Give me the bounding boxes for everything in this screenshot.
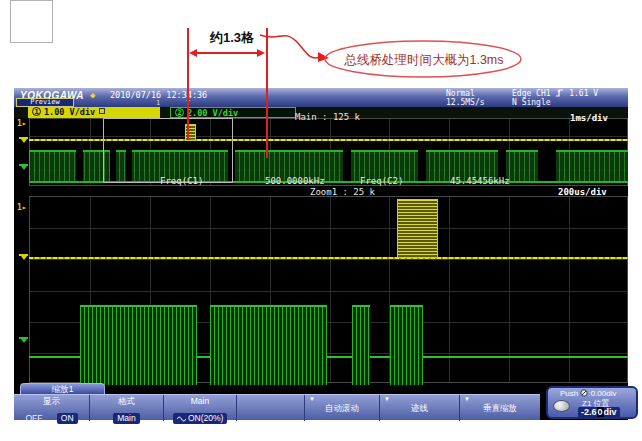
trigger-info-label: Edge CH1 1.61 V [512, 89, 598, 98]
ch2-main-gap [538, 150, 556, 183]
menu-vertical-zoom[interactable]: ▼ 垂直缩放 [460, 395, 540, 421]
oscilloscope-screen: YOKOGAWA ◆ 2010/07/16 12:34:36 Normal 12… [14, 88, 628, 420]
ch2-main-gap [76, 150, 83, 183]
ch2-zoom-baseline [423, 356, 628, 358]
display-off-option[interactable]: OFF [25, 413, 42, 423]
coupling-icon [99, 108, 105, 114]
record-marker-1: 1 [156, 99, 160, 107]
page: 约1.3格 总线桥处理时间大概为1.3ms YOKOGAWA ◆ 2010/07… [0, 0, 642, 441]
edit-cursor: 0 [597, 407, 604, 417]
annotation-line-left [187, 28, 189, 140]
ch2-main-gap [343, 150, 351, 183]
gridline [30, 259, 627, 260]
preview-badge: Preview [16, 98, 74, 107]
main-record-length-label: Main : 125 k [295, 112, 360, 122]
gridline [30, 291, 627, 292]
dropdown-arrow-icon[interactable]: ▼ [464, 396, 470, 402]
freq-c2-label: Freq(C2) [360, 176, 403, 186]
yokogawa-diamond-icon: ◆ [90, 90, 95, 100]
menu-auto-scroll[interactable]: ▼ 自动滚动 [305, 395, 380, 421]
freq-c2-value: 45.45456kHz [450, 176, 510, 186]
ch2-zoom-baseline [370, 356, 390, 358]
ch2-main-gap [418, 150, 426, 183]
gridline [509, 197, 510, 382]
zoom-record-length-label: Zoom1 : 25 k [310, 187, 375, 197]
zoom1-menu-tab[interactable]: 缩放1 [20, 383, 105, 394]
ch2-zoom-burst [390, 305, 423, 385]
main-zoom-ratio-value[interactable]: ON(20%) [173, 413, 228, 424]
main-timebase-label: 1ms/div [570, 113, 608, 123]
z1-position-value: -2.60div [578, 407, 620, 418]
knob-icon [553, 400, 570, 412]
note-annotation-text: 总线桥处理时间大概为1.3ms [333, 52, 515, 69]
display-on-option[interactable]: ON [57, 413, 78, 424]
menu-display[interactable]: 显示 OFF ON [14, 395, 90, 421]
knob-push-label: Push :0.00div [560, 389, 617, 398]
freq-c1-value: 500.0000kHz [265, 176, 325, 186]
freq-c1-label: Freq(C1) [160, 176, 203, 186]
ch1-scale-badge[interactable]: 11.00 V/div [28, 107, 160, 118]
z1-position-knob-panel: Push :0.00div Z1 位置 -2.60div [546, 386, 638, 419]
scope-header-bar: YOKOGAWA ◆ 2010/07/16 12:34:36 Normal 12… [14, 88, 628, 107]
ch1-zoom-ground-marker [19, 254, 28, 260]
ch1-main-ground-marker [19, 137, 28, 143]
ch2-zoom-burst [210, 305, 327, 385]
zoom-selection-box[interactable] [103, 118, 233, 183]
gridline [449, 197, 450, 382]
ch2-main-ground-marker [19, 164, 28, 170]
ch2-zoom-ground-marker [19, 337, 28, 343]
rising-edge-icon [555, 89, 564, 97]
ch1-zoom-position-marker: 1▸ [17, 203, 27, 212]
gridline [569, 197, 570, 382]
ch2-zoom-burst [80, 305, 197, 385]
wave-icon [177, 415, 186, 422]
ch2-zoom-baseline [197, 356, 210, 358]
ch2-zoom-baseline [29, 356, 80, 358]
ch2-zoom-burst [352, 305, 370, 385]
dropdown-arrow-icon[interactable]: ▼ [384, 396, 390, 402]
menu-trace[interactable]: ▼ 迹线 [380, 395, 460, 421]
ch1-zoom-trace [29, 257, 628, 259]
ch1-zoom-burst [397, 199, 438, 258]
double-arrow-icon [196, 52, 258, 54]
gap-annotation-label: 约1.3格 [192, 29, 272, 47]
gridline [30, 228, 627, 229]
ch2-zoom-baseline [327, 356, 352, 358]
selection-rect [10, 0, 53, 43]
softkey-menu-bar: 显示 OFF ON 格式 Main Main ON(20%) ▼ 自动滚动 ▼ [14, 394, 540, 420]
format-value[interactable]: Main [113, 413, 139, 424]
zoom-timebase-label: 200us/div [558, 187, 607, 197]
menu-format[interactable]: 格式 Main [90, 395, 164, 421]
trigger-mode-label: N Single [512, 98, 551, 107]
acquisition-mode-label: Normal [446, 89, 475, 98]
dropdown-arrow-icon[interactable]: ▼ [309, 396, 315, 402]
menu-empty [237, 395, 305, 421]
sample-rate-label: 12.5MS/s [446, 98, 485, 107]
menu-main[interactable]: Main ON(20%) [164, 395, 237, 421]
gridline [330, 197, 331, 382]
ch1-main-position-marker: 1▸ [17, 119, 27, 128]
